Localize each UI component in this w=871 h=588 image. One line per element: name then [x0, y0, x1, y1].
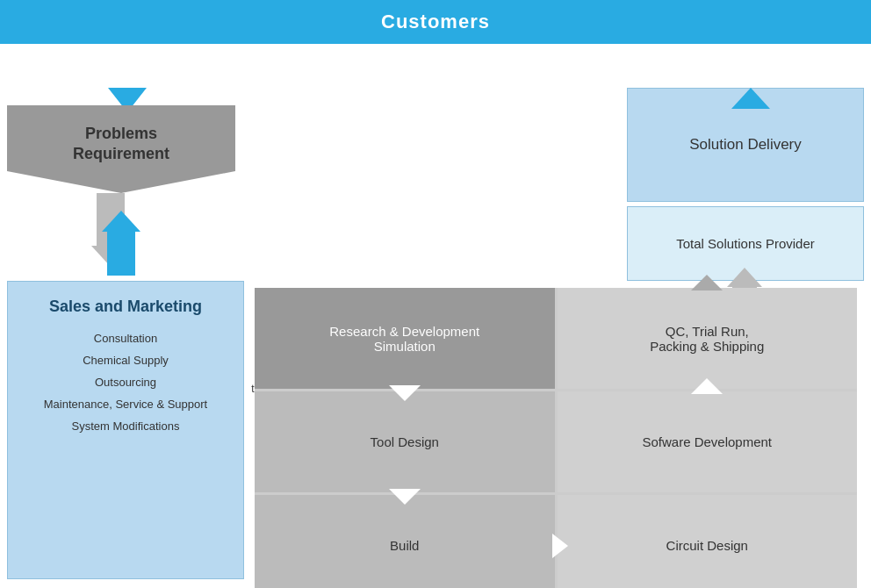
- tool-design-label: Tool Design: [371, 434, 439, 449]
- engineering-grid: Research & DevelopmentSimulation QC, Tri…: [255, 288, 857, 588]
- arrow-head: [731, 88, 770, 109]
- customers-banner: Customers: [0, 0, 871, 44]
- arrow-head: [389, 489, 421, 505]
- arrow-up-software: [691, 378, 723, 394]
- arrow-right-build: [552, 534, 568, 558]
- arrow-head: [727, 268, 762, 287]
- total-solutions-text: Total Solutions Provider: [676, 236, 815, 251]
- list-item: Maintenance, Service & Support: [44, 398, 207, 411]
- list-item: Consultation: [44, 332, 207, 345]
- grid-cell-software: Sofware Development: [558, 391, 858, 492]
- sales-marketing-box: Sales and Marketing Consultation Chemica…: [7, 281, 244, 579]
- list-item: System Modifications: [44, 419, 207, 433]
- solution-delivery-text: Solution Delivery: [689, 136, 802, 154]
- grid-cell-qc: QC, Trial Run,Packing & Shipping: [558, 288, 858, 389]
- grid-cell-build: Build: [255, 495, 555, 588]
- arrow-up-blue-right: [731, 88, 770, 109]
- build-label: Build: [390, 538, 419, 553]
- arrow-shaft: [107, 232, 135, 276]
- arrow-down-rd: [389, 385, 421, 401]
- list-item: Chemical Supply: [44, 354, 207, 367]
- arrow-head: [102, 211, 140, 232]
- grid-cell-tool-design: Tool Design: [255, 391, 555, 492]
- arrow-down-tool: [389, 489, 421, 505]
- rd-label: Research & DevelopmentSimulation: [329, 324, 479, 354]
- arrow-head: [691, 275, 723, 290]
- arrow-head: [691, 378, 723, 394]
- software-label: Sofware Development: [642, 434, 772, 449]
- sales-items-list: Consultation Chemical Supply Outsourcing…: [44, 332, 207, 441]
- main-area: ProblemsRequirement Sales and Marketing …: [0, 44, 871, 588]
- customers-title: Customers: [381, 11, 490, 33]
- qc-label: QC, Trial Run,Packing & Shipping: [650, 324, 764, 354]
- arrow-up-qc: [691, 275, 723, 290]
- arrow-up-blue-left: [102, 211, 140, 276]
- problems-box: ProblemsRequirement: [7, 105, 235, 193]
- grid-cell-circuit: Circuit Design: [558, 495, 858, 588]
- problems-text: ProblemsRequirement: [73, 124, 169, 176]
- arrow-head: [389, 385, 421, 401]
- grid-cell-rd: Research & DevelopmentSimulation: [255, 288, 555, 389]
- sales-title: Sales and Marketing: [49, 298, 202, 316]
- circuit-label: Circuit Design: [666, 538, 748, 553]
- list-item: Outsourcing: [44, 376, 207, 389]
- arrow-head: [552, 534, 568, 558]
